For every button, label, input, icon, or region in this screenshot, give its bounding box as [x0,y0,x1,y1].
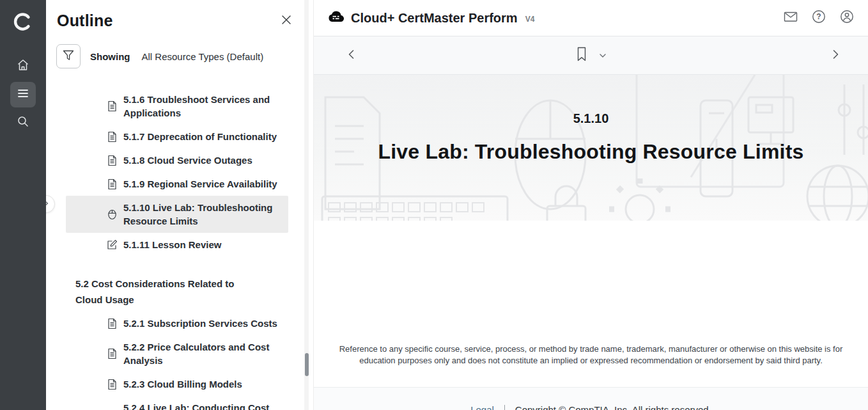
document-icon [107,348,118,359]
svg-text:?: ? [816,12,821,21]
help-icon: ? [811,9,826,27]
outline-item[interactable]: 5.1.8 Cloud Service Outages [66,148,288,172]
outline-item-label: 5.2.2 Price Calculators and Cost Analysi… [123,340,282,367]
bookmark-icon [575,46,588,65]
document-icon [107,131,118,143]
document-icon [107,379,118,390]
outline-item-label: 5.1.7 Deprecation of Functionality [123,130,277,143]
outline-title: Outline [57,12,113,30]
main-area: Cloud+ CertMaster Perform V4 ? [313,0,868,410]
document-icon [107,100,118,112]
app-version-badge: V4 [525,15,535,24]
previous-page-button[interactable] [343,47,360,64]
close-outline-button[interactable] [278,13,295,29]
next-page-button[interactable] [827,47,844,64]
outline-item-label: 5.1.9 Regional Service Availability [123,177,277,191]
document-icon [107,155,118,166]
document-icon [107,178,118,190]
outline-scrollbar-track[interactable] [304,0,309,410]
outline-item[interactable]: 5.2.4 Live Lab: Conducting Cost Analysis [66,396,288,410]
mouse-lab-icon [107,209,118,220]
outline-item[interactable]: 5.2.2 Price Calculators and Cost Analysi… [66,335,288,372]
copyright-text: Copyright © CompTIA, Inc. All rights res… [515,404,711,410]
messages-button[interactable] [782,10,799,26]
search-icon [16,114,30,131]
outline-item-label: 5.1.6 Troubleshoot Services and Applicat… [123,93,282,120]
outline-item[interactable]: 5.1.9 Regional Service Availability [66,172,288,196]
outline-item[interactable]: 5.2.3 Cloud Billing Models [66,372,288,396]
outline-item-label: 5.1.11 Lesson Review [123,238,221,251]
outline-item[interactable]: 5.1.10 Live Lab: Troubleshooting Resourc… [66,196,288,233]
mail-icon [783,10,798,26]
outline-item[interactable]: 5.2.1 Subscription Services Costs [66,311,288,335]
outline-item[interactable]: 5.1.11 Lesson Review [66,233,288,256]
outline-item-label: 5.2.3 Cloud Billing Models [123,377,242,391]
filter-button[interactable] [56,44,81,68]
outline-scrollbar-thumb[interactable] [305,353,309,376]
footer-divider [504,405,505,410]
legal-link[interactable]: Legal [470,404,494,410]
outline-list: 5.1.6 Troubleshoot Services and Applicat… [46,88,309,410]
lesson-title: Live Lab: Troubleshooting Resource Limit… [314,140,868,164]
close-icon [280,13,293,29]
disclaimer-text: Reference to any specific course, servic… [339,343,844,367]
filter-value-label[interactable]: All Resource Types (Default) [142,51,264,62]
filter-showing-label: Showing [90,51,130,62]
search-button[interactable] [10,110,36,136]
filter-funnel-icon [62,49,75,64]
account-button[interactable] [839,10,855,26]
document-icon [107,318,118,329]
outline-section-heading[interactable]: 5.2 Cost Considerations Related to Cloud… [75,271,264,308]
bookmark-menu-button[interactable] [598,50,607,61]
outline-item[interactable]: 5.1.7 Deprecation of Functionality [66,125,288,148]
account-icon [839,9,855,27]
home-button[interactable] [10,54,36,79]
chevron-down-icon [598,50,607,61]
edit-review-icon [107,239,118,250]
outline-item-label: 5.1.10 Live Lab: Troubleshooting Resourc… [123,201,282,228]
outline-item-label: 5.1.8 Cloud Service Outages [123,154,252,167]
left-icon-rail [0,0,46,410]
help-button[interactable]: ? [810,10,827,26]
menu-icon [17,88,29,102]
outline-item-label: 5.2.1 Subscription Services Costs [123,317,277,330]
home-icon [16,58,30,75]
chevron-right-icon [830,49,841,63]
page-footer: Legal Copyright © CompTIA, Inc. All righ… [314,387,868,410]
chevron-left-icon [346,49,357,63]
comptia-logo [9,8,37,36]
app-header: Cloud+ CertMaster Perform V4 ? [314,0,868,36]
cloud-logo-icon [327,10,345,26]
outline-toggle-button[interactable] [10,82,36,107]
lesson-number: 5.1.10 [314,111,868,126]
lesson-nav-bar [314,36,868,75]
app-title: Cloud+ CertMaster Perform [351,11,518,26]
bookmark-button[interactable] [575,46,588,65]
outline-item-label: 5.2.4 Live Lab: Conducting Cost Analysis [123,401,282,410]
outline-item[interactable]: 5.1.6 Troubleshoot Services and Applicat… [66,88,288,125]
outline-panel: Outline Showing All Resource Types (Defa… [46,0,309,410]
lesson-content-body: Reference to any specific course, servic… [314,221,868,387]
lesson-title-banner: 5.1.10 Live Lab: Troubleshooting Resourc… [314,75,868,221]
